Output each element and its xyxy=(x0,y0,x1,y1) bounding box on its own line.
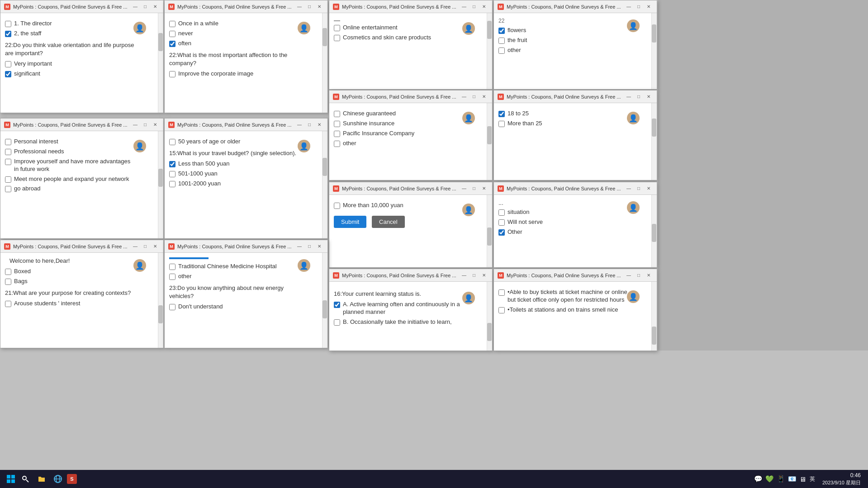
checkbox-sunshine-input[interactable] xyxy=(334,121,340,127)
scroll-thumb-9[interactable] xyxy=(487,227,492,246)
close-btn-11[interactable]: ✕ xyxy=(151,243,160,250)
monitor-icon[interactable]: 🖥 xyxy=(799,475,806,483)
checkbox-improve[interactable]: Improve yourself and have more advantage… xyxy=(5,158,136,173)
checkbox-500yuan-input[interactable] xyxy=(169,161,175,167)
search-taskbar[interactable] xyxy=(18,472,33,486)
checkbox-other-4[interactable]: other xyxy=(498,47,630,54)
scroll-thumb-13[interactable] xyxy=(487,323,492,341)
checkbox-staff-input[interactable] xyxy=(5,31,11,37)
scrollbar-8[interactable] xyxy=(651,103,657,180)
close-btn-9[interactable]: ✕ xyxy=(479,185,489,192)
close-btn-3[interactable]: ✕ xyxy=(479,3,489,10)
minimize-btn-9[interactable]: — xyxy=(460,185,469,192)
checkbox-never[interactable]: never xyxy=(169,30,300,38)
scrollbar-14[interactable] xyxy=(651,282,657,351)
checkbox-online-ent-input[interactable] xyxy=(334,25,340,31)
browser-window-7[interactable]: M MyPoints : Coupons, Paid Online Survey… xyxy=(329,90,493,180)
taskbar-file-explorer[interactable] xyxy=(34,472,49,486)
maximize-btn-7[interactable]: □ xyxy=(470,93,479,100)
maximize-btn-9[interactable]: □ xyxy=(470,185,479,192)
close-btn-13[interactable]: ✕ xyxy=(479,272,489,279)
browser-window-10[interactable]: M MyPoints : Coupons, Paid Online Survey… xyxy=(493,182,657,268)
close-btn-8[interactable]: ✕ xyxy=(644,93,653,100)
checkbox-director-input[interactable] xyxy=(5,21,11,27)
scroll-thumb-10[interactable] xyxy=(652,224,656,242)
checkbox-occasionally-input[interactable] xyxy=(334,319,340,326)
checkbox-1001yuan[interactable]: 1001-2000 yuan xyxy=(169,180,300,188)
mail-icon[interactable]: 📧 xyxy=(788,475,797,483)
checkbox-personal-input[interactable] xyxy=(5,139,11,145)
close-btn-10[interactable]: ✕ xyxy=(644,185,653,192)
browser-window-1[interactable]: M MyPoints : Coupons, Paid Online Survey… xyxy=(0,0,164,113)
checkbox-501yuan-input[interactable] xyxy=(169,171,175,177)
maximize-btn-3[interactable]: □ xyxy=(470,3,479,10)
checkbox-often[interactable]: often xyxy=(169,40,300,47)
checkbox-situation-input[interactable] xyxy=(498,209,505,216)
scrollbar-5[interactable] xyxy=(158,131,163,238)
checkbox-veryimportant[interactable]: Very important xyxy=(5,60,136,68)
checkbox-other-10-input[interactable] xyxy=(498,229,505,236)
scrollbar-1[interactable] xyxy=(158,13,163,113)
scroll-thumb-11[interactable] xyxy=(158,305,163,323)
submit-button[interactable]: Submit xyxy=(334,216,366,228)
scroll-thumb-7[interactable] xyxy=(487,126,492,144)
checkbox-boxed-input[interactable] xyxy=(5,269,11,275)
checkbox-online-ent[interactable]: Online entertainment xyxy=(334,24,465,32)
checkbox-tcm-hospital-input[interactable] xyxy=(169,264,175,270)
close-btn-6[interactable]: ✕ xyxy=(315,121,324,128)
checkbox-toilets-input[interactable] xyxy=(498,307,505,313)
checkbox-morethan25[interactable]: More than 25 xyxy=(498,120,630,128)
minimize-btn-5[interactable]: — xyxy=(131,121,140,128)
checkbox-chinese-g-input[interactable] xyxy=(334,111,340,117)
checkbox-other-7[interactable]: other xyxy=(334,140,465,147)
checkbox-pacific-input[interactable] xyxy=(334,131,340,137)
checkbox-other-4-input[interactable] xyxy=(498,47,505,54)
minimize-btn-1[interactable]: — xyxy=(131,3,140,10)
browser-window-13[interactable]: M MyPoints : Coupons, Paid Online Survey… xyxy=(329,269,493,351)
minimize-btn-13[interactable]: — xyxy=(460,272,469,279)
scrollbar-10[interactable] xyxy=(651,195,657,267)
checkbox-never-input[interactable] xyxy=(169,31,175,37)
checkbox-other-10[interactable]: Other xyxy=(498,228,630,236)
checkbox-active-learning-input[interactable] xyxy=(334,302,340,308)
checkbox-10000yuan-input[interactable] xyxy=(334,203,340,209)
taskbar-lang[interactable]: 英 xyxy=(810,475,815,483)
checkbox-staff[interactable]: 2, the staff xyxy=(5,30,136,38)
scroll-thumb-5[interactable] xyxy=(158,169,163,187)
maximize-btn-2[interactable]: □ xyxy=(305,3,314,10)
browser-window-8[interactable]: M MyPoints : Coupons, Paid Online Survey… xyxy=(493,90,657,180)
taskbar-clock[interactable]: 0:46 2023/9/10 星期日 xyxy=(819,472,864,486)
checkbox-dontunderstand-input[interactable] xyxy=(169,304,175,310)
browser-window-9[interactable]: M MyPoints : Coupons, Paid Online Survey… xyxy=(329,182,493,268)
checkbox-occasionally[interactable]: B. Occasionally take the initiative to l… xyxy=(334,318,465,326)
browser-window-11[interactable]: M MyPoints : Coupons, Paid Online Survey… xyxy=(0,240,164,348)
checkbox-bags-input[interactable] xyxy=(5,279,11,285)
start-button[interactable] xyxy=(4,472,18,486)
scroll-thumb-12[interactable] xyxy=(323,300,327,318)
close-btn-12[interactable]: ✕ xyxy=(315,243,324,250)
maximize-btn-10[interactable]: □ xyxy=(634,185,643,192)
checkbox-flowers-input[interactable] xyxy=(498,28,505,34)
minimize-btn-11[interactable]: — xyxy=(131,243,140,250)
minimize-btn-8[interactable]: — xyxy=(624,93,633,100)
scrollbar-7[interactable] xyxy=(487,103,492,180)
scrollbar-9[interactable] xyxy=(487,195,492,267)
browser-window-6[interactable]: M MyPoints : Coupons, Paid Online Survey… xyxy=(164,118,328,239)
checkbox-18to25[interactable]: 18 to 25 xyxy=(498,110,630,118)
maximize-btn-14[interactable]: □ xyxy=(634,272,643,279)
scrollbar-12[interactable] xyxy=(322,253,327,348)
checkbox-other-12[interactable]: other xyxy=(169,273,300,280)
scroll-thumb-8[interactable] xyxy=(652,118,656,137)
checkbox-1001yuan-input[interactable] xyxy=(169,181,175,187)
checkbox-situation[interactable]: situation xyxy=(498,208,630,216)
checkbox-once-input[interactable] xyxy=(169,21,175,27)
checkbox-arouse[interactable]: Arouse students ' interest xyxy=(5,300,136,308)
checkbox-other-7-input[interactable] xyxy=(334,141,340,147)
scroll-thumb-6[interactable] xyxy=(323,158,327,176)
browser-window-14[interactable]: M MyPoints : Coupons, Paid Online Survey… xyxy=(493,269,657,351)
checkbox-flowers[interactable]: flowers xyxy=(498,27,630,34)
scroll-thumb-4[interactable] xyxy=(652,24,656,43)
minimize-btn-3[interactable]: — xyxy=(460,3,469,10)
checkbox-sunshine[interactable]: Sunshine insurance xyxy=(334,120,465,128)
scrollbar-11[interactable] xyxy=(158,253,163,348)
